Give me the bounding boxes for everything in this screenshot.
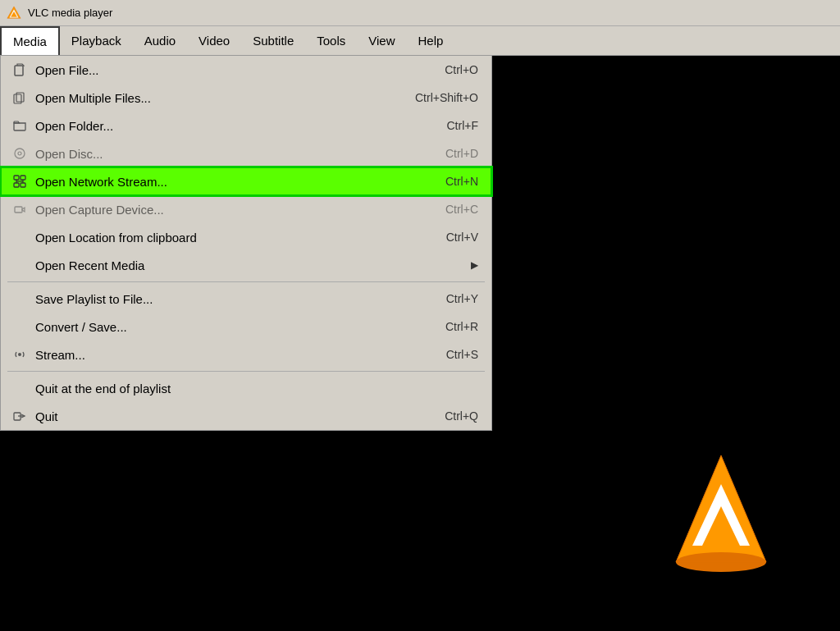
menu-item-open-capture[interactable]: Open Capture Device... Ctrl+C <box>1 195 491 223</box>
open-disc-label: Open Disc... <box>35 147 413 161</box>
open-disc-icon <box>11 144 29 162</box>
svg-rect-15 <box>14 183 19 187</box>
menu-audio[interactable]: Audio <box>133 26 187 55</box>
svg-rect-20 <box>15 207 22 213</box>
open-network-label: Open Network Stream... <box>35 175 413 189</box>
menu-item-open-location[interactable]: Open Location from clipboard Ctrl+V <box>1 223 491 251</box>
open-location-label: Open Location from clipboard <box>35 231 413 245</box>
save-playlist-label: Save Playlist to File... <box>35 292 413 306</box>
menu-item-open-disc[interactable]: Open Disc... Ctrl+D <box>1 139 491 167</box>
save-playlist-shortcut: Ctrl+Y <box>446 292 478 305</box>
menu-item-open-recent[interactable]: Open Recent Media ▶ <box>1 251 491 279</box>
open-folder-label: Open Folder... <box>35 119 414 133</box>
menu-item-convert-save[interactable]: Convert / Save... Ctrl+R <box>1 313 491 341</box>
open-network-shortcut: Ctrl+N <box>445 175 478 188</box>
menu-item-quit-end[interactable]: Quit at the end of playlist <box>1 374 491 402</box>
menu-media[interactable]: Media <box>0 26 60 55</box>
open-file-label: Open File... <box>35 63 412 77</box>
open-multiple-label: Open Multiple Files... <box>35 91 382 105</box>
vlc-logo-icon <box>7 6 21 21</box>
menu-item-stream[interactable]: Stream... Ctrl+S <box>1 341 491 368</box>
quit-icon <box>11 407 29 425</box>
quit-label: Quit <box>35 409 412 423</box>
convert-save-shortcut: Ctrl+R <box>445 320 478 333</box>
convert-save-label: Convert / Save... <box>35 320 413 334</box>
open-folder-shortcut: Ctrl+F <box>447 119 479 132</box>
menu-item-quit[interactable]: Quit Ctrl+Q <box>1 402 491 430</box>
quit-shortcut: Ctrl+Q <box>445 409 478 423</box>
stream-shortcut: Ctrl+S <box>446 348 478 361</box>
media-dropdown: Open File... Ctrl+O Open Multiple Files.… <box>0 56 492 431</box>
title-bar: VLC media player <box>0 0 840 26</box>
open-capture-icon <box>11 200 29 218</box>
convert-save-icon <box>11 318 29 336</box>
open-recent-icon <box>11 256 29 274</box>
open-multiple-shortcut: Ctrl+Shift+O <box>415 91 478 104</box>
menu-playback[interactable]: Playback <box>60 26 133 55</box>
stream-label: Stream... <box>35 348 413 362</box>
video-area <box>492 56 840 631</box>
vlc-cone <box>668 447 774 582</box>
open-recent-arrow-icon: ▶ <box>471 259 478 271</box>
open-capture-label: Open Capture Device... <box>35 203 413 217</box>
svg-rect-8 <box>15 66 23 75</box>
menu-item-save-playlist[interactable]: Save Playlist to File... Ctrl+Y <box>1 285 491 313</box>
menu-video[interactable]: Video <box>187 26 241 55</box>
menu-item-open-file[interactable]: Open File... Ctrl+O <box>1 56 491 84</box>
svg-rect-13 <box>14 176 19 180</box>
svg-point-11 <box>15 149 25 158</box>
open-folder-icon <box>11 117 29 135</box>
menu-item-open-network[interactable]: Open Network Stream... Ctrl+N <box>1 167 491 195</box>
quit-end-label: Quit at the end of playlist <box>35 382 445 396</box>
vlc-cone-icon <box>668 447 774 578</box>
open-location-icon <box>11 228 29 246</box>
menu-view[interactable]: View <box>357 26 406 55</box>
stream-icon <box>11 345 29 364</box>
menu-bar: Media Playback Audio Video Subtitle Tool… <box>0 26 840 56</box>
svg-point-21 <box>18 353 21 356</box>
svg-rect-14 <box>21 176 25 180</box>
open-location-shortcut: Ctrl+V <box>446 231 478 244</box>
separator-1 <box>7 281 485 282</box>
open-capture-shortcut: Ctrl+C <box>445 203 478 216</box>
menu-item-open-folder[interactable]: Open Folder... Ctrl+F <box>1 112 491 139</box>
menu-tools[interactable]: Tools <box>305 26 357 55</box>
menu-help[interactable]: Help <box>407 26 455 55</box>
separator-2 <box>7 371 485 372</box>
open-recent-label: Open Recent Media <box>35 258 438 272</box>
svg-point-12 <box>18 152 21 155</box>
open-file-icon <box>11 61 29 79</box>
open-disc-shortcut: Ctrl+D <box>445 147 478 160</box>
quit-end-icon <box>11 379 29 397</box>
open-multiple-icon <box>11 89 29 107</box>
menu-subtitle[interactable]: Subtitle <box>241 26 305 55</box>
menu-item-open-multiple[interactable]: Open Multiple Files... Ctrl+Shift+O <box>1 84 491 112</box>
open-file-shortcut: Ctrl+O <box>445 63 478 76</box>
app-title: VLC media player <box>28 7 112 19</box>
svg-rect-16 <box>21 183 25 187</box>
open-network-icon <box>11 172 29 190</box>
save-playlist-icon <box>11 290 29 308</box>
